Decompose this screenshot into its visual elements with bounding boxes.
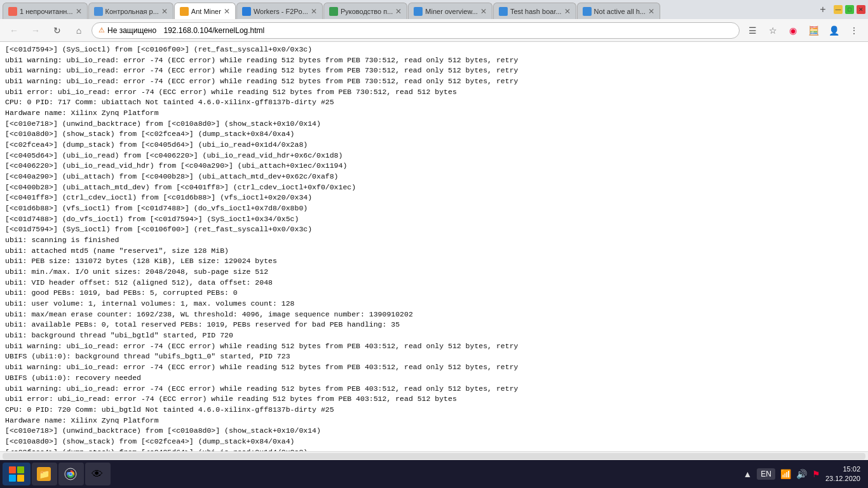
tab-bar: 1 непрочитанн... ✕ Контрольная р... ✕ An… — [3, 0, 815, 19]
svg-point-2 — [69, 473, 72, 476]
log-line-5: CPU: 0 PID: 717 Comm: ubiattach Not tain… — [5, 97, 863, 108]
tab-favicon — [8, 7, 17, 16]
log-line-28: ubi1 warning: ubi_io_read: error -74 (EC… — [5, 341, 863, 352]
log-line-31: UBIFS (ubi1:0): recovery needed — [5, 373, 863, 384]
new-tab-button[interactable]: + — [815, 1, 831, 18]
log-line-22: ubi1: VID header offset: 512 (aligned 51… — [5, 278, 863, 288]
eye-icon: 👁 — [90, 467, 104, 481]
close-button[interactable]: ✕ — [857, 5, 865, 14]
opera-button[interactable]: ◉ — [784, 22, 802, 39]
browser-tab-tab5[interactable]: Руководство п... ✕ — [323, 3, 407, 19]
address-bar[interactable]: ⚠ Не защищено 192.168.0.104/kernelLog.ht… — [92, 22, 740, 39]
horizontal-scrollbar[interactable] — [0, 451, 868, 460]
tab-label: Workers - F2Po... — [254, 8, 308, 15]
browser-tab-tab4[interactable]: Workers - F2Po... ✕ — [236, 3, 323, 19]
window-controls: — □ ✕ — [834, 5, 865, 14]
log-line-25: ubi1: max/mean erase counter: 1692/238, … — [5, 309, 863, 320]
log-line-1: ubi1 warning: ubi_io_read: error -74 (EC… — [5, 55, 863, 66]
volume-icon: 🔊 — [796, 469, 807, 479]
menu-button[interactable]: ⋮ — [845, 22, 863, 39]
log-line-35: Hardware name: Xilinx Zynq Platform — [5, 416, 863, 426]
log-line-23: ubi1: good PEBs: 1019, bad PEBs: 5, corr… — [5, 288, 863, 299]
browser-tab-tab7[interactable]: Test hash boar... ✕ — [493, 3, 576, 19]
h-scroll-thumb[interactable] — [3, 453, 865, 459]
log-line-18: ubi1: scanning is finished — [5, 235, 863, 246]
log-line-24: ubi1: user volume: 1, internal volumes: … — [5, 299, 863, 309]
browser-tab-tab8[interactable]: Not active all h... ✕ — [577, 3, 660, 19]
log-line-27: ubi1: background thread "ubi_bgtld" star… — [5, 330, 863, 341]
log-line-15: [<c01d6b88>] (vfs_ioctl) from [<c01d7488… — [5, 203, 863, 214]
log-line-3: ubi1 warning: ubi_io_read: error -74 (EC… — [5, 76, 863, 87]
start-button[interactable] — [3, 463, 31, 485]
extensions-button[interactable]: 🧮 — [804, 22, 822, 39]
forward-button[interactable]: → — [27, 22, 44, 39]
tab-close-button[interactable]: ✕ — [395, 7, 402, 16]
browser-actions: ☰ ☆ ◉ 🧮 👤 ⋮ — [743, 22, 863, 39]
minimize-button[interactable]: — — [834, 5, 843, 14]
tab-favicon — [414, 7, 423, 16]
security-icon: ⚠ — [98, 26, 105, 34]
reload-button[interactable]: ↻ — [48, 22, 66, 39]
log-line-36: [<c010e718>] (unwind_backtrace) from [<c… — [5, 426, 863, 437]
taskbar-app3[interactable]: 👁 — [85, 463, 111, 485]
log-line-9: [<c02fcea4>] (dump_stack) from [<c0405d6… — [5, 140, 863, 151]
tab-close-button[interactable]: ✕ — [648, 7, 654, 16]
log-line-13: [<c0400b28>] (ubi_attach_mtd_dev) from [… — [5, 182, 863, 193]
flag-icon: ⚑ — [812, 469, 820, 479]
tab-favicon — [242, 7, 251, 16]
url-display: 192.168.0.104/kernelLog.html — [163, 26, 264, 35]
log-line-8: [<c010a8d0>] (show_stack) from [<c02fcea… — [5, 129, 863, 140]
browser-tab-tab6[interactable]: Miner overview... ✕ — [408, 3, 492, 19]
back-button[interactable]: ← — [5, 22, 23, 39]
explorer-icon: 📁 — [37, 467, 51, 481]
account-button[interactable]: 👤 — [825, 22, 843, 39]
tab-close-button[interactable]: ✕ — [311, 7, 317, 16]
taskbar-explorer[interactable]: 📁 — [32, 463, 57, 485]
tab-label: 1 непрочитанн... — [20, 8, 73, 15]
bookmark-button[interactable]: ☆ — [764, 22, 782, 39]
log-line-34: CPU: 0 PID: 720 Comm: ubi_bgtld Not tain… — [5, 405, 863, 416]
language-button[interactable]: EN — [757, 468, 775, 480]
clock-time: 15:02 — [825, 464, 860, 474]
browser-tab-tab2[interactable]: Контрольная р... ✕ — [88, 3, 173, 19]
log-line-33: ubi1 error: ubi_io_read: error -74 (ECC … — [5, 394, 863, 405]
security-label: Не защищено — [107, 26, 156, 35]
log-line-20: ubi1: PEB size: 131072 bytes (128 KiB), … — [5, 256, 863, 267]
taskbar: 📁 👁 ▲ EN 📶 🔊 — [0, 460, 868, 488]
log-line-19: ubi1: attached mtd5 (name "reserve1", si… — [5, 246, 863, 257]
log-line-0: [<c01d7594>] (SyS_ioctl) from [<c0106f00… — [5, 44, 863, 55]
log-line-26: ubi1: available PEBs: 0, total reserved … — [5, 320, 863, 330]
log-line-11: [<c0406220>] (ubi_io_read_vid_hdr) from … — [5, 161, 863, 172]
reader-view-button[interactable]: ☰ — [743, 22, 761, 39]
log-line-17: [<c01d7594>] (SyS_ioctl) from [<c0106f00… — [5, 224, 863, 235]
maximize-button[interactable]: □ — [845, 5, 854, 14]
log-line-7: [<c010e718>] (unwind_backtrace) from [<c… — [5, 119, 863, 130]
log-line-32: ubi1 warning: ubi_io_read: error -74 (EC… — [5, 384, 863, 395]
tab-label: Руководство п... — [341, 8, 393, 15]
tab-favicon — [583, 7, 592, 16]
network-icon: 📶 — [780, 469, 791, 479]
tray-arrow[interactable]: ▲ — [743, 469, 752, 479]
title-bar: 1 непрочитанн... ✕ Контрольная р... ✕ An… — [0, 0, 868, 19]
browser-tab-tab3[interactable]: Ant Miner ✕ — [174, 3, 236, 19]
log-line-37: [<c010a8d0>] (show_stack) from [<c02fcea… — [5, 437, 863, 447]
home-button[interactable]: ⌂ — [70, 22, 88, 39]
tab-label: Ant Miner — [191, 8, 221, 15]
tab-label: Miner overview... — [425, 8, 478, 15]
chrome-icon — [64, 467, 78, 481]
log-line-2: ubi1 warning: ubi_io_read: error -74 (EC… — [5, 65, 863, 76]
system-clock[interactable]: 15:02 23.12.2020 — [825, 464, 860, 484]
browser-tab-tab1[interactable]: 1 непрочитанн... ✕ — [3, 3, 88, 19]
log-content[interactable]: [<c01d7594>] (SyS_ioctl) from [<c0106f00… — [0, 42, 868, 451]
log-line-14: [<c0401ff8>] (ctrl_cdev_ioctl) from [<c0… — [5, 193, 863, 203]
tab-close-button[interactable]: ✕ — [480, 7, 487, 16]
tab-close-button[interactable]: ✕ — [76, 7, 82, 16]
tab-close-button[interactable]: ✕ — [224, 7, 230, 16]
tab-close-button[interactable]: ✕ — [161, 7, 168, 16]
log-line-21: ubi1: min./max. I/O unit sizes: 2048/204… — [5, 267, 863, 278]
browser-frame: 1 непрочитанн... ✕ Контрольная р... ✕ An… — [0, 0, 868, 488]
log-line-12: [<c040a290>] (ubi_attach) from [<c0400b2… — [5, 172, 863, 182]
tab-label: Test hash boar... — [510, 8, 562, 15]
tab-close-button[interactable]: ✕ — [564, 7, 571, 16]
taskbar-chrome[interactable] — [58, 463, 84, 485]
